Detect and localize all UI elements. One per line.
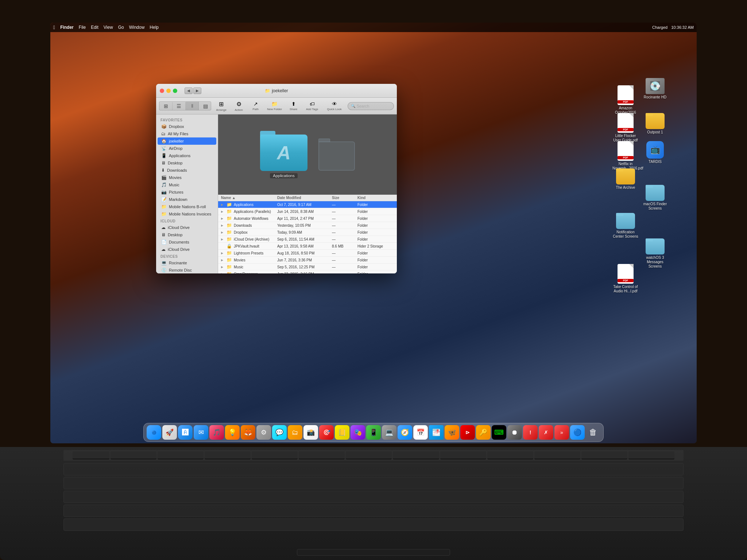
sidebar-item-markdown[interactable]: 📝 Markdown (158, 196, 216, 203)
table-row[interactable]: ▶ 📁 Applications (Parallels) Jun 14, 201… (218, 208, 397, 215)
sidebar-item-mobile-nations-invoices[interactable]: 📁 Mobile Nations Invoices (158, 210, 216, 218)
dock-icon-files[interactable]: 🗂 (288, 425, 302, 440)
table-row[interactable]: ▶ 📁 OmniPresence Jun 23, 2015, 3:16 PM —… (218, 271, 397, 273)
menu-file[interactable]: File (79, 25, 86, 30)
sidebar-item-documents[interactable]: 📄 Documents (158, 238, 216, 246)
f5-key[interactable] (299, 451, 345, 459)
f3-key[interactable] (205, 451, 251, 459)
dock-icon-red2[interactable]: ✗ (539, 425, 553, 440)
table-row[interactable]: 🔒 JPKVault.hvault Apr 13, 2016, 9:58 AM … (218, 243, 397, 250)
table-row[interactable]: ▶ 📁 Downloads Yesterday, 10:05 PM — Fold… (218, 222, 397, 229)
f10-key[interactable] (534, 451, 580, 459)
dock-icon-red3[interactable]: » (554, 425, 569, 440)
sidebar-item-all-files[interactable]: 🗂 All My Files (158, 130, 216, 137)
f12-key[interactable] (628, 451, 674, 459)
dock-icon-laptop[interactable]: 💻 (382, 425, 396, 440)
dock-icon-lightroom[interactable]: 🌁 (429, 425, 444, 440)
menu-edit[interactable]: Edit (91, 25, 98, 30)
f6-key[interactable] (346, 451, 392, 459)
maximize-button[interactable] (173, 89, 177, 93)
dock-icon-blue2[interactable]: 🔵 (570, 425, 585, 440)
quick-look-group[interactable]: 👁 Quick Look (324, 101, 345, 111)
column-view-button[interactable]: ⫴ (186, 102, 199, 110)
menu-window[interactable]: Window (129, 25, 145, 30)
forward-button[interactable]: ▶ (193, 88, 201, 94)
dock-icon-red1[interactable]: ! (523, 425, 538, 440)
f1-key[interactable] (111, 451, 156, 459)
dock-icon-trash[interactable]: 🗑 (586, 425, 600, 440)
f11-key[interactable] (581, 451, 627, 459)
dock-icon-notes[interactable]: 📒 (335, 425, 349, 440)
share-group[interactable]: ⬆ Share (287, 101, 300, 111)
table-row[interactable]: ▶ 📁 Applications Oct 7, 2016, 9:17 AM — … (218, 201, 397, 208)
dock-icon-appstore[interactable]: 🅰 (178, 425, 193, 440)
f8-key[interactable] (440, 451, 486, 459)
sidebar-item-mobile-nations-broll[interactable]: 📁 Mobile Nations B-roll (158, 203, 216, 210)
dock-icon-launchpad[interactable]: 🚀 (162, 425, 177, 440)
dock-icon-password[interactable]: 🔑 (476, 425, 491, 440)
desktop-icon-flockers[interactable]: PDF Little Flocker User Guide.pdf (611, 113, 640, 143)
dock-icon-target[interactable]: 🎯 (319, 425, 334, 440)
sidebar-item-remote-disc[interactable]: 💿 Remote Disc (158, 267, 216, 273)
col-date[interactable]: Date Modified (277, 196, 332, 200)
close-button[interactable] (160, 89, 164, 93)
back-button[interactable]: ◀ (185, 88, 193, 94)
desktop-icon-notif[interactable]: Notification Center Screens (611, 213, 640, 239)
sidebar-item-movies[interactable]: 🎬 Movies (158, 174, 216, 181)
dock-icon-gear[interactable]: ⚙ (256, 425, 271, 440)
f4-key[interactable] (252, 451, 298, 459)
table-row[interactable]: ▶ 📁 iCloud Drive (Archive) Sep 6, 2016, … (218, 236, 397, 243)
dock-icon-photos[interactable]: 📸 (303, 425, 318, 440)
dock-icon-theater[interactable]: 🎭 (351, 425, 365, 440)
dock-icon-mail[interactable]: ✉ (194, 425, 208, 440)
desktop-icon-rocinante[interactable]: 💽 Rocinante HD (640, 78, 670, 100)
table-row[interactable]: ▶ 📁 Dropbox Today, 9:09 AM — Folder (218, 229, 397, 236)
arrange-group[interactable]: ⊞ Arrange (214, 101, 229, 112)
table-row[interactable]: ▶ 📁 Music Sep 5, 2016, 12:25 PM — Folder (218, 264, 397, 271)
apple-menu[interactable]:  (53, 24, 55, 30)
dock-icon-calendar[interactable]: 📅 (413, 425, 428, 440)
sidebar-item-applications[interactable]: 📱 Applications (158, 152, 216, 159)
table-row[interactable]: ▶ 📁 Lightroom Presets Aug 18, 2016, 8:50… (218, 250, 397, 257)
dock-icon-terminal[interactable]: ⌨ (492, 425, 506, 440)
list-view-button[interactable]: ☰ (173, 102, 186, 110)
dock-icon-phone[interactable]: 📱 (366, 425, 381, 440)
sidebar-item-airdrop[interactable]: 📡 AirDrop (158, 145, 216, 152)
dock-icon-music[interactable]: 🎵 (209, 425, 224, 440)
sidebar-item-pictures[interactable]: 📷 Pictures (158, 188, 216, 196)
desktop-icon-outpost[interactable]: Outpost 1 (640, 113, 670, 135)
sidebar-item-rocinante[interactable]: 💻 Rocinante (158, 259, 216, 267)
menu-go[interactable]: Go (118, 25, 124, 30)
search-box[interactable]: 🔍 Search (348, 102, 394, 110)
fn-key[interactable] (73, 451, 109, 459)
action-group[interactable]: ⚙ Action (232, 101, 246, 112)
col-size[interactable]: Size (332, 196, 357, 200)
dock-icon-record[interactable]: ⏺ (507, 425, 522, 440)
dock-icon-safari[interactable]: 🧭 (398, 425, 412, 440)
dock-icon-messages[interactable]: 💬 (272, 425, 287, 440)
desktop-icon-tardis[interactable]: 📺 TARDIS (640, 141, 670, 164)
dock-icon-social[interactable]: 🦋 (445, 425, 459, 440)
f9-key[interactable] (487, 451, 533, 459)
new-folder-group[interactable]: 📁 New Folder (265, 101, 284, 111)
desktop-icon-macos[interactable]: macOS Finder Screens (640, 185, 670, 211)
sidebar-item-icloud-desktop[interactable]: 🖥 Desktop (158, 231, 216, 238)
col-name[interactable]: Name ▲ (221, 196, 277, 200)
desktop-icon-audio[interactable]: PDF Take Control of Audio Hi...l.pdf (611, 264, 640, 293)
path-group[interactable]: ↗ Path (249, 101, 262, 111)
desktop-icon-watchos[interactable]: watchOS 3 Messages Screens (640, 238, 670, 269)
icon-view-button[interactable]: ⊞ (159, 102, 173, 110)
table-row[interactable]: ▶ 📁 Automator Workflows Apr 11, 2014, 2:… (218, 215, 397, 222)
desktop-icon-archive[interactable]: The Archive (611, 168, 640, 190)
sidebar-item-joekeller[interactable]: 🏠 joekeller (158, 137, 216, 145)
sidebar-item-downloads[interactable]: ⬇ Downloads (158, 167, 216, 174)
dock-icon-app2[interactable]: ⊳ (460, 425, 475, 440)
f2-key[interactable] (158, 451, 204, 459)
desktop-icon-netflix[interactable]: PDF Netflix in Novemb...2016.pdf (611, 141, 640, 171)
sidebar-item-music[interactable]: 🎵 Music (158, 181, 216, 188)
dock-icon-bulb[interactable]: 💡 (225, 425, 240, 440)
sidebar-item-dropbox[interactable]: 📦 Dropbox (158, 123, 216, 130)
menu-view[interactable]: View (104, 25, 113, 30)
f7-key[interactable] (393, 451, 439, 459)
col-kind[interactable]: Kind (357, 196, 394, 200)
